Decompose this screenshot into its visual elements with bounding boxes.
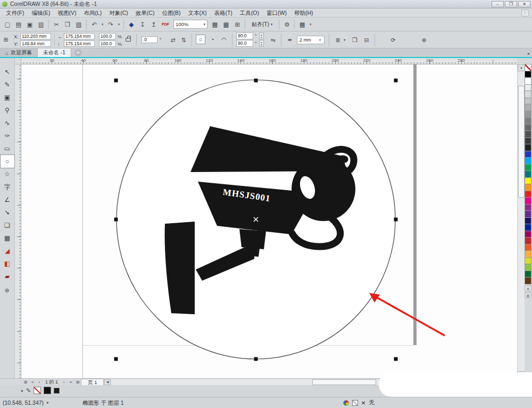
- arc-end-spinner[interactable]: ▴ ▾: [259, 40, 264, 47]
- fill-black-swatch[interactable]: [44, 387, 51, 394]
- menu-item[interactable]: 效果(C): [132, 9, 159, 18]
- mirror-vertical-icon[interactable]: ⇅: [179, 35, 188, 45]
- horizontal-scroll-thumb[interactable]: [312, 379, 376, 385]
- object-height-field[interactable]: 175.154 mm: [64, 40, 95, 47]
- pie-mode-button[interactable]: ◔: [207, 35, 217, 44]
- scroll-up-button[interactable]: ▲: [518, 64, 525, 71]
- vertical-ruler[interactable]: [15, 64, 21, 378]
- text-wrap-icon[interactable]: ≣: [333, 35, 343, 45]
- menu-item[interactable]: 位图(B): [158, 9, 184, 18]
- artistic-media-tool[interactable]: ✑: [1, 129, 14, 142]
- palette-scroll-down-icon[interactable]: ▾: [525, 285, 531, 291]
- scale-y-field[interactable]: 100.0: [99, 40, 116, 47]
- previous-page-button[interactable]: ‹: [36, 379, 43, 386]
- close-button[interactable]: ✕: [518, 1, 530, 7]
- last-page-button[interactable]: »: [68, 379, 74, 386]
- lock-ratio-icon[interactable]: [126, 38, 131, 42]
- handle-top-center[interactable]: [254, 79, 258, 83]
- convert-to-curves-icon[interactable]: ❒: [350, 35, 360, 45]
- palette-swatch[interactable]: [525, 210, 531, 218]
- add-control-icon[interactable]: ⊕: [419, 35, 429, 45]
- cut-icon[interactable]: ✂: [51, 19, 62, 30]
- palette-swatch[interactable]: [525, 170, 531, 178]
- palette-swatch[interactable]: [525, 117, 531, 125]
- tab-scroll-icon[interactable]: ▸: [528, 51, 530, 56]
- undo-dropdown-icon[interactable]: ▾: [100, 19, 105, 30]
- palette-swatch[interactable]: [525, 157, 531, 165]
- menu-item[interactable]: 文本(X): [184, 9, 210, 18]
- menu-item[interactable]: 对象(C): [105, 9, 132, 18]
- redo-dropdown-icon[interactable]: ▾: [117, 19, 121, 30]
- rotation-angle-field[interactable]: .0: [142, 36, 157, 43]
- toolbar-separator[interactable]: [86, 20, 87, 29]
- menubar-right-icon[interactable]: ▫: [521, 10, 529, 17]
- tab-welcome-screen[interactable]: ⌂ 欢迎屏幕: [0, 48, 38, 57]
- add-tools-button[interactable]: ⊕: [0, 285, 14, 296]
- x-position-field[interactable]: 110.203 mm: [20, 33, 51, 39]
- scroll-left-button[interactable]: ◀: [104, 379, 111, 385]
- polygon-tool[interactable]: ☆: [1, 168, 14, 181]
- scale-x-field[interactable]: 100.0: [99, 33, 116, 39]
- add-page-right-button[interactable]: ⊞: [74, 379, 81, 386]
- y-position-field[interactable]: 149.84 mm: [20, 40, 51, 47]
- launcher-icon[interactable]: ▦: [297, 19, 307, 30]
- palette-swatch[interactable]: [525, 71, 531, 78]
- handle-bottom-center[interactable]: [254, 357, 258, 361]
- new-tab-button[interactable]: +: [74, 49, 82, 56]
- handle-bottom-left[interactable]: [114, 357, 118, 361]
- view-grid-icon[interactable]: ⊞: [232, 19, 243, 30]
- handle-middle-left[interactable]: [114, 218, 118, 222]
- undo-icon[interactable]: ↶: [89, 19, 99, 30]
- menu-item[interactable]: 工具(O): [236, 9, 263, 18]
- freehand-tool[interactable]: ∿: [1, 117, 14, 129]
- toolbar-separator[interactable]: [279, 20, 279, 29]
- text-tool[interactable]: 字: [1, 181, 14, 193]
- vertical-scroll-thumb[interactable]: [518, 86, 525, 198]
- mirror-horizontal-icon[interactable]: ⇄: [168, 35, 178, 45]
- palette-swatch[interactable]: [525, 191, 531, 198]
- palette-swatch[interactable]: [525, 184, 531, 191]
- fill-none-swatch[interactable]: [34, 387, 41, 394]
- crop-tool[interactable]: ▣: [1, 91, 14, 104]
- no-color-swatch[interactable]: [525, 64, 531, 71]
- palette-swatch[interactable]: [525, 124, 531, 132]
- menu-item[interactable]: 帮助(H): [290, 9, 317, 18]
- tab-untitled-document[interactable]: 未命名 -1: [38, 48, 71, 57]
- palette-swatch[interactable]: [525, 164, 531, 172]
- arc-end-angle-field[interactable]: 90.0: [236, 40, 253, 47]
- print-icon[interactable]: ▥: [36, 19, 46, 30]
- chevron-down-icon[interactable]: ▾: [319, 38, 321, 42]
- spin-down-icon[interactable]: ▾: [261, 44, 262, 46]
- minimize-button[interactable]: –: [492, 1, 504, 7]
- dimension-tool[interactable]: ∠: [1, 193, 14, 206]
- options-icon[interactable]: ⚙: [281, 19, 292, 30]
- launcher-dropdown-icon[interactable]: ▾: [308, 19, 313, 30]
- palette-swatch[interactable]: [525, 91, 531, 98]
- menu-item[interactable]: 布局(L): [80, 9, 105, 18]
- publish-pdf-icon[interactable]: PDF: [160, 19, 171, 30]
- copy-icon[interactable]: ❐: [62, 19, 73, 30]
- spin-down-icon[interactable]: ▾: [261, 36, 262, 39]
- import-icon[interactable]: ↧: [137, 19, 148, 30]
- handle-bottom-right[interactable]: [394, 357, 398, 361]
- toolbar-separator[interactable]: [48, 20, 49, 29]
- zoom-tool[interactable]: ⚲: [1, 104, 14, 117]
- toolbar-separator[interactable]: [123, 20, 124, 29]
- menu-item[interactable]: 视图(V): [54, 9, 80, 18]
- maximize-button[interactable]: ❐: [505, 1, 517, 7]
- drawing-canvas[interactable]: MHSJS001: [21, 64, 517, 378]
- palette-swatch[interactable]: [525, 77, 531, 85]
- export-icon[interactable]: ↥: [148, 19, 159, 30]
- refresh-icon[interactable]: ⟳: [388, 35, 398, 45]
- palette-swatch[interactable]: [525, 104, 531, 111]
- open-icon[interactable]: ▤: [13, 19, 24, 30]
- menu-item[interactable]: 窗口(W): [263, 9, 290, 18]
- menu-item[interactable]: 文件(F): [2, 9, 28, 18]
- palette-swatch[interactable]: [525, 250, 531, 258]
- pick-tool[interactable]: ↖: [1, 66, 14, 78]
- palette-swatch[interactable]: [525, 151, 531, 158]
- smart-fill-tool[interactable]: ▰: [1, 270, 14, 283]
- ellipse-tool[interactable]: ○: [1, 155, 14, 168]
- first-page-button[interactable]: «: [29, 379, 36, 386]
- next-page-button[interactable]: ›: [61, 379, 67, 386]
